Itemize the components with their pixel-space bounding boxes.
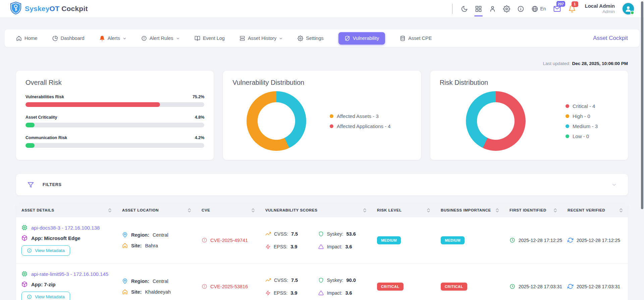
first-identified: 2025-12-28 17:03:31 <box>504 284 562 289</box>
view-metadata-button[interactable]: View Metadata <box>21 292 70 300</box>
nav-item-dashboard[interactable]: Dashboard <box>52 36 85 41</box>
brand: SyskeyOT Cockpit <box>10 2 88 16</box>
nav-item-event-log[interactable]: Event Log <box>195 36 225 41</box>
table-row: api-docs38-3 - 172.16.100.138 App: Micro… <box>16 217 628 263</box>
site-home-icon <box>122 289 128 295</box>
shield-icon <box>318 278 324 283</box>
refresh-icon <box>568 284 573 289</box>
dark-mode-toggle-icon[interactable] <box>461 5 468 12</box>
sort-icon[interactable] <box>554 208 557 213</box>
page-scrollbar[interactable] <box>641 1 643 209</box>
progress-asset-criticality: Asset Criticality 4.8% <box>25 115 204 127</box>
legend-medium: Medium - 3 <box>566 123 598 129</box>
filters-chevron-down-icon[interactable] <box>612 182 616 187</box>
zap-icon <box>265 290 271 296</box>
site-home-icon <box>122 243 128 248</box>
column-first-identified: FIRST IDENTIFIED <box>504 208 562 213</box>
nav-item-home[interactable]: Home <box>16 36 38 41</box>
sort-icon[interactable] <box>363 208 366 213</box>
sort-icon[interactable] <box>496 208 499 213</box>
app-title: SyskeyOT Cockpit <box>25 5 88 13</box>
sort-icon[interactable] <box>252 208 255 213</box>
nav-item-alert-rules[interactable]: Alert Rules <box>141 36 180 41</box>
cve-link[interactable]: CVE-2025-49741 <box>202 237 255 243</box>
filters-bar[interactable]: FILTERS <box>16 174 628 195</box>
nav-item-asset-cpe[interactable]: Asset CPE <box>400 36 432 41</box>
zap-icon <box>265 244 271 249</box>
filters-label: FILTERS <box>43 182 62 187</box>
nav-item-asset-history[interactable]: Asset History <box>239 36 283 41</box>
alert-circle-icon <box>202 284 207 289</box>
card-title: Vulnerability Distribution <box>232 79 411 86</box>
sort-icon[interactable] <box>188 208 191 213</box>
notifications-bell-icon[interactable]: 1 <box>568 5 576 13</box>
nav-item-vulnerability[interactable]: Vulnerability <box>338 32 385 45</box>
view-metadata-button[interactable]: View Metadata <box>21 245 70 256</box>
filter-funnel-icon <box>28 182 34 188</box>
syskey-score: Syskey:53.6 <box>318 231 366 237</box>
shield-icon <box>318 231 324 237</box>
alert-triangle-icon <box>318 244 324 249</box>
settings-gear-icon[interactable] <box>503 5 510 12</box>
card-title: Risk Distribution <box>440 79 619 86</box>
user-info: Local Admin Admin <box>585 3 615 15</box>
column-asset-location: ASSET LOCATION <box>117 208 196 213</box>
messages-badge: 207 <box>556 1 565 7</box>
nav-item-alerts[interactable]: Alerts <box>99 36 126 41</box>
language-label: En <box>540 6 546 11</box>
syskey-score: Syskey:90.0 <box>318 277 366 283</box>
alert-triangle-icon <box>318 290 324 296</box>
progress-communication-risk: Communication Risk 4.2% <box>25 135 204 148</box>
alert-bell-icon <box>99 36 105 41</box>
messages-icon[interactable]: 207 <box>553 5 561 13</box>
notifications-badge: 1 <box>572 1 578 7</box>
user-icon[interactable] <box>489 5 496 12</box>
column-recent-verified: RECENT VERIFIED <box>562 208 628 213</box>
home-icon <box>16 36 22 41</box>
legend-critical: Critical - 4 <box>566 103 598 109</box>
apps-grid-icon[interactable] <box>475 5 482 12</box>
refresh-icon <box>568 237 573 243</box>
asset-name-link[interactable]: api-docs38-3 - 172.16.100.138 <box>31 225 100 231</box>
info-icon[interactable] <box>517 5 524 12</box>
risk-level-badge: CRITICAL <box>377 283 404 291</box>
last-updated: Last updated:Dec 28, 2025, 10:06:00 PM <box>16 61 628 66</box>
column-business-importance: BUSINESS IMPORTANCE <box>435 208 504 213</box>
legend-affected-assets: Affected Assets - 3 <box>330 113 391 119</box>
trending-up-icon <box>265 277 271 283</box>
main-nav: Home Dashboard Alerts Alert Rules Event … <box>5 29 639 47</box>
impact-score: Impact:3.6 <box>318 244 366 249</box>
cpu-chip-icon <box>21 271 28 277</box>
column-asset-details: ASSET DETAILS <box>16 208 117 213</box>
sort-icon[interactable] <box>620 208 623 213</box>
info-icon <box>27 248 32 253</box>
user-name: Local Admin <box>585 3 615 9</box>
epss-score: EPSS:3.9 <box>265 244 308 249</box>
legend-affected-applications: Affected Applications - 4 <box>330 123 391 129</box>
cve-link[interactable]: CVE-2025-53816 <box>202 284 255 289</box>
progress-vulnerabilities-risk: Vulnerabilities Risk 75.2% <box>25 95 204 107</box>
trending-up-icon <box>265 231 271 237</box>
table-row: api-rate-limit95-3 - 172.16.100.145 App:… <box>16 263 628 300</box>
risk-distribution-card: Risk Distribution Critical - 4 High - 0 … <box>430 71 628 160</box>
sort-icon[interactable] <box>427 208 430 213</box>
map-pin-icon <box>122 278 128 284</box>
column-risk-level: RISK LEVEL <box>372 208 435 213</box>
pie-chart-icon <box>52 36 58 41</box>
risk-donut-chart <box>466 91 526 151</box>
legend-low: Low - 0 <box>566 133 598 139</box>
asset-cockpit-link[interactable]: Asset Cockpit <box>593 35 628 42</box>
sort-icon[interactable] <box>108 208 111 213</box>
table-header-row: ASSET DETAILS ASSET LOCATION CVE VULNERA… <box>16 203 628 217</box>
chevron-down-icon <box>123 37 126 40</box>
online-status-dot <box>630 11 634 15</box>
legend-dot <box>330 124 333 128</box>
legend-dot <box>566 124 569 128</box>
asset-name-link[interactable]: api-rate-limit95-3 - 172.16.100.145 <box>31 271 108 277</box>
chevron-down-icon <box>279 37 283 40</box>
language-selector[interactable]: En <box>531 5 546 12</box>
top-header: SyskeyOT Cockpit En 207 1 <box>0 0 644 17</box>
avatar[interactable] <box>622 2 635 15</box>
nav-item-settings[interactable]: Settings <box>298 36 323 41</box>
clock-icon <box>509 284 515 289</box>
